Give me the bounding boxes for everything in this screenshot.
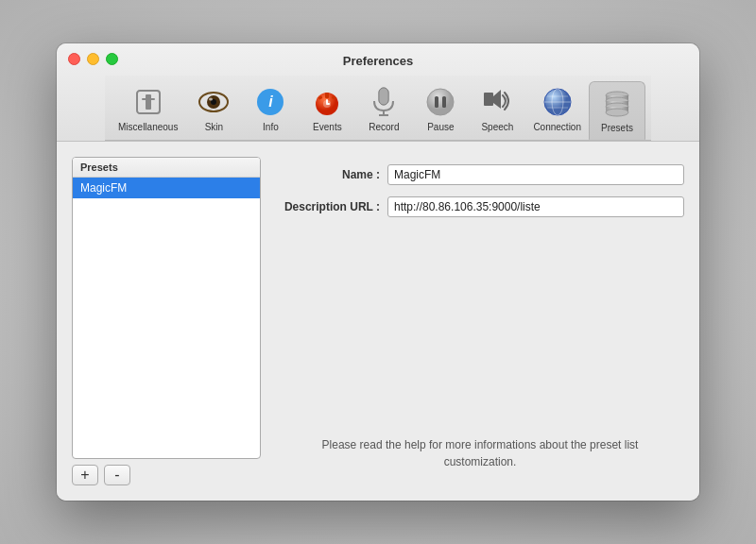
skin-label: Skin (205, 122, 223, 132)
presets-label: Presets (601, 123, 633, 133)
list-item[interactable]: MagicFM (73, 178, 260, 198)
url-row: Description URL : (276, 196, 684, 217)
name-label: Name : (276, 168, 380, 181)
svg-rect-8 (325, 93, 329, 98)
skin-icon (197, 85, 231, 119)
record-label: Record (369, 122, 399, 132)
misc-label: Miscellaneous (118, 122, 178, 132)
svg-rect-20 (442, 96, 446, 108)
toolbar-item-miscellaneous[interactable]: Miscellaneous (111, 81, 185, 140)
connection-label: Connection (533, 122, 581, 132)
preferences-window: Preferences Miscellaneous (57, 43, 699, 501)
pause-label: Pause (427, 122, 454, 132)
titlebar: Preferences Miscellaneous (57, 43, 699, 142)
misc-icon (131, 85, 165, 119)
svg-marker-22 (493, 90, 501, 109)
presets-list: MagicFM (73, 178, 260, 458)
toolbar-item-events[interactable]: Events (299, 81, 355, 140)
events-label: Events (313, 122, 342, 132)
presets-list-container: Presets MagicFM (72, 157, 261, 459)
speech-icon (480, 85, 514, 119)
toolbar-item-record[interactable]: Record (355, 81, 412, 140)
svg-point-34 (606, 109, 628, 116)
remove-preset-button[interactable]: - (104, 465, 130, 485)
toolbar-item-presets[interactable]: Presets (589, 81, 645, 140)
name-row: Name : (276, 164, 684, 185)
svg-rect-19 (435, 96, 438, 108)
svg-rect-2 (146, 94, 151, 110)
svg-rect-21 (484, 93, 493, 106)
speech-label: Speech (481, 122, 513, 132)
svg-point-6 (209, 98, 213, 101)
record-icon (367, 85, 401, 119)
svg-point-18 (427, 89, 454, 115)
content-area: Presets MagicFM + - Name : Description U… (57, 142, 699, 501)
toolbar-item-connection[interactable]: Connection (525, 81, 589, 140)
svg-rect-15 (379, 88, 388, 105)
toolbar-item-info[interactable]: i Info (242, 81, 299, 140)
toolbar-item-speech[interactable]: Speech (469, 81, 525, 140)
add-preset-button[interactable]: + (72, 465, 98, 485)
presets-buttons: + - (72, 465, 261, 485)
toolbar-item-pause[interactable]: Pause (412, 81, 469, 140)
presets-panel: Presets MagicFM + - (72, 157, 261, 485)
presets-list-header: Presets (73, 158, 260, 178)
details-panel: Name : Description URL : Please read the… (276, 157, 684, 485)
svg-rect-13 (326, 103, 330, 105)
toolbar-item-skin[interactable]: Skin (185, 81, 242, 140)
toolbar: Miscellaneous Skin i (105, 76, 651, 141)
pause-icon (423, 85, 457, 119)
info-label: Info (263, 122, 279, 132)
info-icon: i (253, 85, 287, 119)
url-input[interactable] (387, 196, 684, 217)
connection-icon (541, 85, 575, 119)
help-text: Please read the help for more informatio… (276, 421, 684, 485)
window-title: Preferences (68, 54, 688, 68)
events-icon (310, 85, 344, 119)
presets-icon (600, 86, 634, 120)
name-input[interactable] (387, 164, 684, 185)
url-label: Description URL : (276, 200, 380, 213)
